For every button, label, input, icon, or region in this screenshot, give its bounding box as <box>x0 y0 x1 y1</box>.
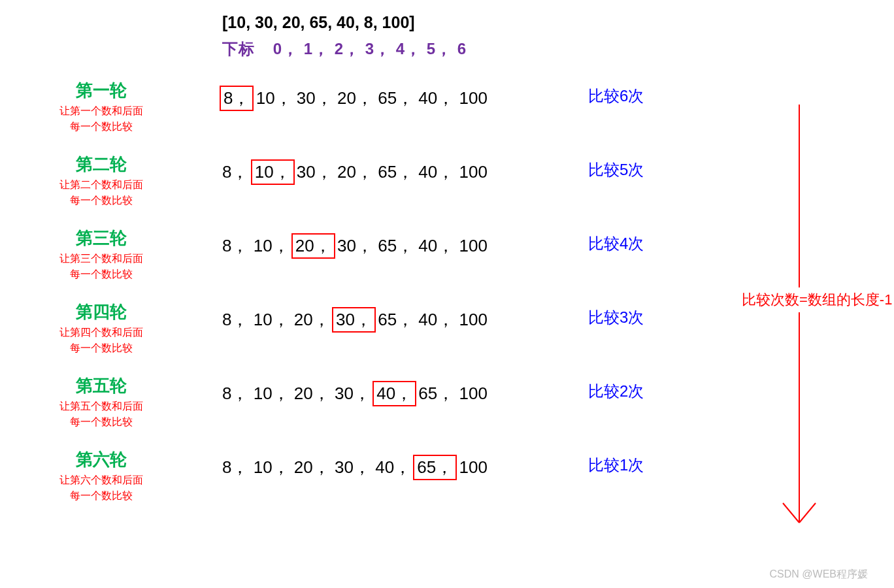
round-desc-line2: 每一个数比较 <box>26 119 176 135</box>
sequence-number: 30， <box>332 307 376 333</box>
index-line: 下标 0， 1， 2， 3， 4， 5， 6 <box>222 39 868 59</box>
round-row: 第二轮让第二个数和后面每一个数比较8， 10， 30， 20， 65， 40， … <box>26 153 868 208</box>
sequence-number: 8， <box>222 161 248 184</box>
svg-line-2 <box>799 503 816 523</box>
round-title: 第三轮 <box>26 227 176 250</box>
index-values: 0， 1， 2， 3， 4， 5， 6 <box>273 40 467 57</box>
round-desc-line2: 每一个数比较 <box>26 193 176 208</box>
sequence-number: 65， <box>378 235 414 257</box>
sequence-number: 100 <box>459 88 487 108</box>
round-row: 第六轮让第六个数和后面每一个数比较8， 10， 20， 30， 40， 65， … <box>26 448 868 504</box>
round-left: 第二轮让第二个数和后面每一个数比较 <box>26 153 176 208</box>
round-sequence: 8， 10， 30， 20， 65， 40， 100 <box>176 153 582 185</box>
sequence-number: 65， <box>378 87 414 110</box>
round-sequence: 8， 10， 20， 30， 40， 65， 100 <box>176 448 582 480</box>
sequence-number: 30， <box>337 235 373 257</box>
round-desc-line2: 每一个数比较 <box>26 267 176 282</box>
sequence-number: 100 <box>459 457 487 478</box>
sequence-number: 40， <box>418 161 454 184</box>
array-text: [10, 30, 20, 65, 40, 8, 100] <box>222 13 868 32</box>
sequence-number: 10， <box>251 159 295 185</box>
round-desc-line2: 每一个数比较 <box>26 414 176 430</box>
sequence-number: 30， <box>297 161 333 184</box>
sequence-number: 8， <box>222 382 248 405</box>
arrow-area: 比较次数=数组的长度-1 <box>776 105 822 536</box>
sequence-number: 65， <box>378 308 414 331</box>
round-sequence: 8， 10， 20， 30， 40， 65， 100 <box>176 374 582 406</box>
round-sequence: 8， 10， 20， 30， 65， 40， 100 <box>176 227 582 259</box>
round-left: 第六轮让第六个数和后面每一个数比较 <box>26 448 176 504</box>
watermark: CSDN @WEB程序媛 <box>770 568 868 581</box>
sequence-number: 30， <box>335 382 371 405</box>
index-label: 下标 <box>222 40 255 57</box>
round-desc-line1: 让第一个数和后面 <box>26 103 176 119</box>
compare-count: 比较5次 <box>582 153 644 180</box>
round-sequence: 8， 10， 20， 30， 65， 40， 100 <box>176 301 582 333</box>
sequence-number: 100 <box>459 162 487 182</box>
sequence-number: 20， <box>294 456 330 479</box>
round-title: 第一轮 <box>26 79 176 102</box>
sequence-number: 8， <box>222 235 248 257</box>
compare-count: 比较2次 <box>582 374 644 402</box>
round-desc-line1: 让第二个数和后面 <box>26 177 176 193</box>
round-desc-line1: 让第六个数和后面 <box>26 472 176 488</box>
sequence-number: 65， <box>378 161 414 184</box>
round-desc-line1: 让第四个数和后面 <box>26 325 176 340</box>
sequence-number: 100 <box>459 236 487 256</box>
down-arrow-icon <box>776 105 822 536</box>
round-title: 第五轮 <box>26 374 176 397</box>
sequence-number: 40， <box>418 308 454 331</box>
sequence-number: 40， <box>375 456 411 479</box>
sequence-number: 20， <box>294 308 330 331</box>
sequence-number: 30， <box>297 87 333 110</box>
sequence-number: 65， <box>418 382 454 405</box>
compare-count: 比较6次 <box>582 79 644 106</box>
sequence-number: 20， <box>337 87 373 110</box>
round-title: 第六轮 <box>26 448 176 471</box>
round-left: 第一轮让第一个数和后面每一个数比较 <box>26 79 176 135</box>
round-left: 第四轮让第四个数和后面每一个数比较 <box>26 301 176 356</box>
round-sequence: 8， 10， 30， 20， 65， 40， 100 <box>176 79 582 111</box>
sequence-number: 100 <box>459 384 487 404</box>
round-desc-line2: 每一个数比较 <box>26 488 176 504</box>
round-left: 第三轮让第三个数和后面每一个数比较 <box>26 227 176 282</box>
sequence-number: 40， <box>372 381 416 406</box>
round-title: 第二轮 <box>26 153 176 176</box>
round-row: 第一轮让第一个数和后面每一个数比较8， 10， 30， 20， 65， 40， … <box>26 79 868 135</box>
sequence-number: 20， <box>291 233 335 259</box>
sequence-number: 65， <box>413 455 457 480</box>
sequence-number: 100 <box>459 310 487 330</box>
sequence-number: 8， <box>220 86 254 111</box>
round-title: 第四轮 <box>26 301 176 323</box>
compare-count: 比较1次 <box>582 448 644 476</box>
sequence-number: 10， <box>254 456 290 479</box>
round-desc-line2: 每一个数比较 <box>26 340 176 356</box>
sequence-number: 20， <box>337 161 373 184</box>
sequence-number: 20， <box>294 382 330 405</box>
sequence-number: 40， <box>418 235 454 257</box>
sequence-number: 10， <box>256 87 292 110</box>
sequence-number: 30， <box>335 456 371 479</box>
sequence-number: 10， <box>254 308 290 331</box>
round-left: 第五轮让第五个数和后面每一个数比较 <box>26 374 176 430</box>
sequence-number: 10， <box>254 382 290 405</box>
sequence-number: 10， <box>254 235 290 257</box>
compare-count: 比较4次 <box>582 227 644 254</box>
sequence-number: 8， <box>222 308 248 331</box>
round-desc-line1: 让第五个数和后面 <box>26 399 176 414</box>
round-row: 第三轮让第三个数和后面每一个数比较8， 10， 20， 30， 65， 40， … <box>26 227 868 282</box>
sequence-number: 8， <box>222 456 248 479</box>
round-row: 第五轮让第五个数和后面每一个数比较8， 10， 20， 30， 40， 65， … <box>26 374 868 430</box>
svg-line-1 <box>783 503 799 523</box>
header: [10, 30, 20, 65, 40, 8, 100] 下标 0， 1， 2，… <box>222 13 868 59</box>
arrow-label: 比较次数=数组的长度-1 <box>740 287 893 312</box>
compare-count: 比较3次 <box>582 301 644 328</box>
sequence-number: 40， <box>418 87 454 110</box>
round-desc-line1: 让第三个数和后面 <box>26 251 176 267</box>
